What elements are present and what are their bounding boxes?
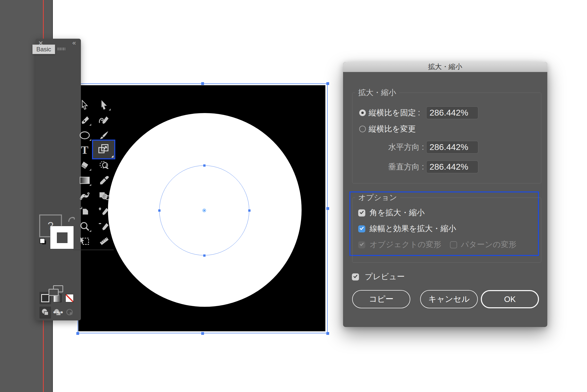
shape-builder-tool[interactable] [96,189,112,203]
eraser-tool[interactable] [77,158,93,172]
direct-selection-arrow-icon [100,100,109,110]
selection-arrow-icon [80,100,89,110]
none-button[interactable] [64,292,75,304]
bbox-handle-bottom-mid[interactable] [201,332,204,335]
toolbar-divider [73,250,114,250]
check-icon [359,242,364,248]
dialog-titlebar[interactable]: 拡大・縮小 [343,62,547,72]
check-icon [359,226,364,232]
bbox-handle-bottom-right[interactable] [326,332,329,335]
free-transform-icon [79,236,90,246]
transform-patterns-label: パターンの変形 [461,240,516,249]
check-icon [353,274,358,280]
preview-label: プレビュー [365,272,405,281]
scale-dialog: 拡大・縮小 拡大・縮小 縦横比を固定 : 286.442% 縦横比を変更 水平方… [343,62,547,327]
eraser-icon [80,160,90,170]
basic-toolbar-tooltip: Basic [32,45,55,54]
shape-builder-icon [99,191,110,201]
uniform-scale-label: 縦横比を固定 : [369,108,420,117]
free-transform-tool[interactable] [77,234,93,248]
magnifier-icon [80,221,90,231]
tools-panel: ✕ « Basic [35,39,81,320]
vertical-scale-input[interactable]: 286.442% [426,161,478,173]
screen-mode-icon-front [49,289,59,296]
check-icon [359,210,364,216]
puppet-warp-tool[interactable] [77,189,93,203]
uniform-scale-radio[interactable] [359,110,366,116]
gradient-tool[interactable] [77,173,93,187]
scale-tool-icon [98,144,109,155]
draw-normal-icon [41,308,49,317]
curvature-pen-icon [99,115,110,125]
direct-selection-tool[interactable] [96,98,112,112]
selection-bounding-box [78,83,328,333]
ruler-icon [99,236,109,246]
horizontal-scale-input[interactable]: 286.442% [426,141,478,154]
ok-button[interactable]: OK [481,290,539,308]
horizontal-label: 水平方向 : [386,143,424,152]
scale-group-legend: 拡大・縮小 [355,89,399,96]
scale-strokes-effects-label: 線幅と効果を拡大・縮小 [370,224,456,233]
pen-nib-icon [80,115,89,125]
type-tool-icon: T [81,144,88,157]
transform-objects-label: オブジェクトの変形 [370,240,441,249]
vertical-label: 垂直方向 : [386,162,424,171]
curvature-tool[interactable] [96,113,112,127]
panel-grip-icon[interactable] [58,48,65,50]
type-tool[interactable]: T [77,143,93,157]
edit-toolbar-ellipsis[interactable]: ••• [53,308,64,317]
ellipse-tool[interactable] [77,128,93,142]
add-anchor-pen-icon [99,206,110,216]
draw-inside-icon [65,308,74,317]
bbox-handle-right-mid[interactable] [326,207,329,210]
bbox-handle-top-mid[interactable] [201,82,204,85]
transform-objects-checkbox [358,241,365,248]
gradient-icon [79,176,90,185]
bbox-handle-bottom-left[interactable] [76,332,79,335]
artboard-icon [79,206,90,216]
illustrator-workspace: ✕ « Basic [0,0,587,392]
options-group-legend: オプション [355,194,400,201]
puppet-warp-icon [79,191,90,201]
bbox-handle-top-right[interactable] [326,82,329,85]
paintbrush-icon [99,130,109,140]
eyedropper-icon [99,175,109,185]
stroke-swatch-hole [57,232,67,243]
scale-tool-selected[interactable] [92,140,115,159]
cancel-button[interactable]: キャンセル [420,290,478,308]
zoom-tool[interactable] [77,219,93,233]
measure-tool[interactable] [96,234,112,248]
scale-strokes-effects-checkbox[interactable] [358,225,365,232]
collapse-panel-icon[interactable]: « [72,40,75,46]
preview-checkbox[interactable] [352,273,359,280]
rotate-tool[interactable] [96,158,112,172]
none-swatch-icon [65,294,74,302]
draw-inside-button[interactable] [64,307,75,319]
non-uniform-scale-radio[interactable] [359,126,366,132]
eyedropper-tool[interactable] [96,173,112,187]
swap-fill-stroke-icon[interactable] [68,216,76,224]
transform-patterns-checkbox [450,241,457,248]
scale-corners-label: 角を拡大・縮小 [370,208,425,217]
default-fill-stroke-icon[interactable] [40,238,45,244]
rotate-icon [99,160,110,170]
ellipse-icon [79,131,90,140]
add-anchor-point-tool[interactable] [96,204,112,218]
selection-tool[interactable] [77,98,93,112]
color-swatch-icon [41,294,49,302]
draw-normal-button[interactable] [39,307,51,319]
artboard-tool[interactable] [77,204,93,218]
scale-corners-checkbox[interactable] [358,209,365,216]
non-uniform-scale-label: 縦横比を変更 [369,124,416,134]
delete-anchor-pen-icon [99,221,110,231]
delete-anchor-point-tool[interactable] [96,219,112,233]
uniform-scale-input[interactable]: 286.442% [426,106,478,119]
copy-button[interactable]: コピー [352,290,410,308]
pen-tool[interactable] [77,113,93,127]
